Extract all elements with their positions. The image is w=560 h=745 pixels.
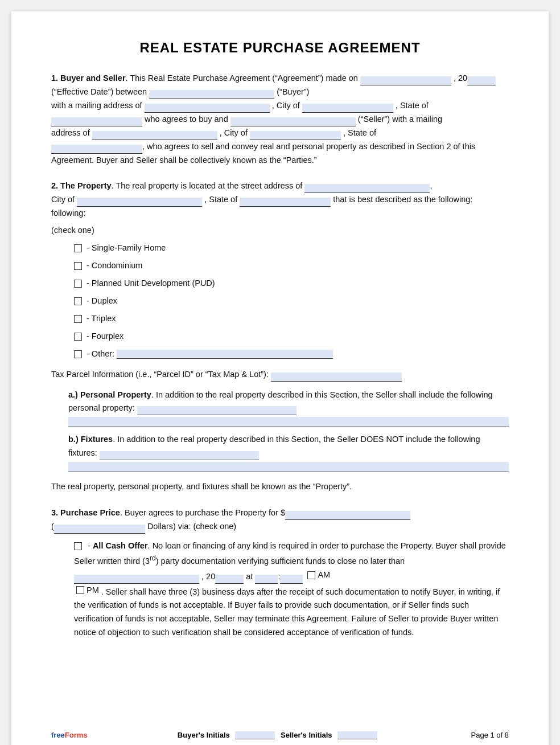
buyer-city-field[interactable] xyxy=(302,104,393,113)
who-agrees-buy-label: who agrees to buy and xyxy=(145,114,228,124)
state-of-1-label: , State of xyxy=(396,101,429,110)
buyers-initials-field[interactable] xyxy=(235,731,275,739)
tax-parcel-label: Tax Parcel Information (i.e., “Parcel ID… xyxy=(51,368,269,382)
am-label: AM xyxy=(318,568,330,582)
checkbox-pm[interactable] xyxy=(76,586,84,594)
purchase-dollars-field[interactable] xyxy=(54,525,145,534)
property-state-label: , State of xyxy=(204,195,237,204)
checkbox-cash-offer[interactable] xyxy=(74,542,82,550)
purchase-price-field[interactable] xyxy=(285,511,410,520)
effective-date-label: (“Effective Date”) between xyxy=(51,87,147,96)
other-field[interactable] xyxy=(117,350,333,359)
sub-section-a: a.) Personal Property. In addition to th… xyxy=(68,388,509,428)
option-triplex: - Triplex xyxy=(74,312,509,326)
with-mailing-label: with a mailing address of xyxy=(51,101,142,110)
cash-offer-text3: . Seller shall have three (3) business d… xyxy=(74,587,500,637)
check-one-label: (check one) xyxy=(51,224,509,238)
cash-offer-text2: ) party documentation verifying sufficie… xyxy=(156,556,405,566)
seller-suffix: (“Seller”) with a mailing xyxy=(358,114,442,124)
document-title: REAL ESTATE PURCHASE AGREEMENT xyxy=(51,40,509,56)
sub-b-heading: Fixtures xyxy=(81,435,113,444)
page-number: Page 1 of 8 xyxy=(471,731,509,739)
section2-para1: 2. The Property. The real property is lo… xyxy=(51,179,509,220)
sub-b-para: b.) Fixtures. In addition to the real pr… xyxy=(68,433,509,472)
brand-logo: freeForms xyxy=(51,731,88,739)
effective-year-field[interactable] xyxy=(467,76,496,85)
option-pud: - Planned Unit Development (PUD) xyxy=(74,277,509,290)
fixtures-field-1[interactable] xyxy=(100,451,259,460)
section1-heading: 1. Buyer and Seller xyxy=(51,73,126,83)
seller-name-field[interactable] xyxy=(230,117,356,126)
checkbox-condominium[interactable] xyxy=(74,262,82,270)
sellers-initials-field[interactable] xyxy=(337,731,377,739)
seller-address-field[interactable] xyxy=(92,131,217,140)
property-city-label: City of xyxy=(51,195,75,204)
property-address-field[interactable] xyxy=(304,184,430,193)
checkbox-triplex[interactable] xyxy=(74,315,82,323)
section2-closing: The real property, personal property, an… xyxy=(51,480,509,494)
cash-offer-para: - All Cash Offer. No loan or financing o… xyxy=(74,539,509,640)
sub-a-label: a.) xyxy=(68,390,78,399)
state-of-2-label: , State of xyxy=(343,128,376,137)
close-date-field[interactable] xyxy=(74,575,199,584)
section-2: 2. The Property. The real property is lo… xyxy=(51,179,509,494)
close-min-field[interactable] xyxy=(280,575,303,584)
section3-heading: 3. Purchase Price xyxy=(51,508,120,517)
section1-text-before: . This Real Estate Purchase Agreement (“… xyxy=(126,73,358,83)
option-fourplex: - Fourplex xyxy=(74,330,509,343)
option-condominium: - Condominium xyxy=(74,259,509,273)
section2-intro: . The real property is located at the st… xyxy=(112,181,303,190)
section3-para1: 3. Purchase Price. Buyer agrees to purch… xyxy=(51,506,509,534)
section3-intro: . Buyer agrees to purchase the Property … xyxy=(120,508,285,517)
buyer-suffix: (“Buyer”) xyxy=(277,87,309,96)
personal-property-field-2[interactable] xyxy=(68,417,509,427)
fixtures-field-2[interactable] xyxy=(68,462,509,472)
dollars-label: Dollars) via: (check one) xyxy=(147,522,236,531)
brand-free: free xyxy=(51,731,65,739)
following-label: following: xyxy=(51,208,85,218)
buyer-name-field[interactable] xyxy=(149,90,274,99)
seller-city-field[interactable] xyxy=(250,131,341,140)
sub-a-heading: Personal Property xyxy=(80,390,151,399)
buyer-state-field[interactable] xyxy=(51,117,142,126)
property-state-field[interactable] xyxy=(240,198,331,207)
checkbox-other[interactable] xyxy=(74,350,82,358)
pm-group: PM xyxy=(76,584,99,597)
option-fourplex-label: - Fourplex xyxy=(87,330,123,343)
checkbox-fourplex[interactable] xyxy=(74,333,82,341)
city-of-2-label: , City of xyxy=(220,128,248,137)
pm-label: PM xyxy=(87,584,99,597)
cash-offer-block: - All Cash Offer. No loan or financing o… xyxy=(74,539,509,640)
section-3: 3. Purchase Price. Buyer agrees to purch… xyxy=(51,506,509,640)
option-triplex-label: - Triplex xyxy=(87,312,116,326)
personal-property-field-1[interactable] xyxy=(137,406,297,415)
option-duplex: - Duplex xyxy=(74,294,509,308)
cash-offer-dash: - xyxy=(88,541,93,550)
close-hour-field[interactable] xyxy=(255,575,278,584)
city-of-1-label: City of xyxy=(277,101,300,110)
tax-parcel-line: Tax Parcel Information (i.e., “Parcel ID… xyxy=(51,368,509,382)
sub-b-label: b.) xyxy=(68,435,79,444)
buyer-address-field[interactable] xyxy=(145,104,270,113)
checkbox-single-family[interactable] xyxy=(74,244,82,252)
option-other: - Other: xyxy=(74,347,509,361)
sub-a-para: a.) Personal Property. In addition to th… xyxy=(68,388,509,428)
effective-date-field[interactable] xyxy=(360,76,451,85)
checkbox-pud[interactable] xyxy=(74,280,82,288)
tax-parcel-field[interactable] xyxy=(271,372,402,382)
seller-state-field[interactable] xyxy=(51,145,142,154)
document-footer: freeForms Buyer's Initials Seller's Init… xyxy=(11,731,549,739)
sellers-initials-label: Seller's Initials xyxy=(281,731,332,739)
brand-forms: Forms xyxy=(65,731,88,739)
section-1: 1. Buyer and Seller. This Real Estate Pu… xyxy=(51,72,509,167)
checkbox-am[interactable] xyxy=(307,571,315,579)
option-pud-label: - Planned Unit Development (PUD) xyxy=(87,277,215,290)
close-year-field[interactable] xyxy=(215,575,244,584)
property-city-field[interactable] xyxy=(77,198,202,207)
section2-heading: 2. The Property xyxy=(51,181,112,190)
buyers-initials-label: Buyer's Initials xyxy=(178,731,230,739)
option-duplex-label: - Duplex xyxy=(87,294,117,308)
sub-section-b: b.) Fixtures. In addition to the real pr… xyxy=(68,433,509,472)
superscript-rd: rd xyxy=(150,554,156,562)
checkbox-duplex[interactable] xyxy=(74,297,82,305)
